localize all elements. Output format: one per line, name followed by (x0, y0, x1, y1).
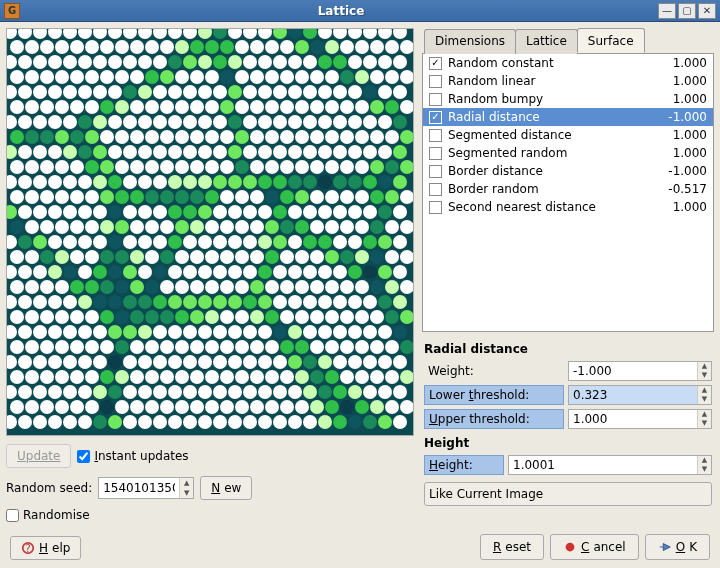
instant-updates-checkbox[interactable]: Instant updates (77, 449, 188, 463)
lower-threshold-label: Lower threshold: (424, 385, 564, 405)
surface-item-2[interactable]: Random bumpy1.000 (423, 90, 713, 108)
surface-item-6[interactable]: Border distance-1.000 (423, 162, 713, 180)
tab-dimensions[interactable]: Dimensions (424, 29, 516, 54)
checkbox-icon[interactable]: ✓ (429, 57, 442, 70)
maximize-button[interactable]: ▢ (678, 3, 696, 19)
upper-threshold-spinner[interactable]: ▲▼ (568, 409, 712, 429)
height-label: Height: (424, 455, 504, 475)
section-radial-distance: Radial distance (422, 338, 714, 358)
surface-item-5[interactable]: Segmented random1.000 (423, 144, 713, 162)
height-spinner[interactable]: ▲▼ (508, 455, 712, 475)
update-button: Update (6, 444, 71, 468)
checkbox-icon[interactable] (429, 201, 442, 214)
random-seed-input[interactable] (99, 478, 179, 498)
surface-item-1[interactable]: Random linear1.000 (423, 72, 713, 90)
help-button[interactable]: ? Help (10, 536, 81, 560)
upper-threshold-label: Upper threshold: (424, 409, 564, 429)
tab-lattice[interactable]: Lattice (515, 29, 578, 54)
checkbox-icon[interactable] (429, 147, 442, 160)
new-seed-button[interactable]: New (200, 476, 252, 500)
weight-spinner[interactable]: ▲▼ (568, 361, 712, 381)
checkbox-icon[interactable] (429, 75, 442, 88)
surface-list[interactable]: ✓Random constant1.000Random linear1.000R… (422, 54, 714, 332)
help-icon: ? (21, 541, 35, 555)
checkbox-icon[interactable] (429, 165, 442, 178)
tab-bar: Dimensions Lattice Surface (422, 28, 714, 54)
svg-text:?: ? (25, 542, 31, 554)
app-icon: G (4, 3, 20, 19)
minimize-button[interactable]: — (658, 3, 676, 19)
lower-threshold-spinner[interactable]: ▲▼ (568, 385, 712, 405)
titlebar: G Lattice — ▢ ✕ (0, 0, 720, 22)
ok-icon (658, 540, 672, 554)
checkbox-icon[interactable]: ✓ (429, 111, 442, 124)
close-button[interactable]: ✕ (698, 3, 716, 19)
surface-item-8[interactable]: Second nearest distance1.000 (423, 198, 713, 216)
cancel-icon (563, 540, 577, 554)
checkbox-icon[interactable] (429, 183, 442, 196)
like-current-image-button[interactable]: Like Current Image (424, 482, 712, 506)
checkbox-icon[interactable] (429, 129, 442, 142)
svg-point-2 (566, 543, 575, 552)
random-seed-label: Random seed: (6, 481, 92, 495)
surface-item-3[interactable]: ✓Radial distance-1.000 (423, 108, 713, 126)
cancel-button[interactable]: Cancel (550, 534, 639, 560)
section-height: Height (422, 432, 714, 452)
window-title: Lattice (26, 4, 656, 18)
surface-item-7[interactable]: Border random-0.517 (423, 180, 713, 198)
spinner-up-icon[interactable]: ▲ (180, 478, 193, 488)
surface-item-4[interactable]: Segmented distance1.000 (423, 126, 713, 144)
checkbox-icon[interactable] (429, 93, 442, 106)
tab-surface[interactable]: Surface (577, 28, 645, 53)
surface-item-0[interactable]: ✓Random constant1.000 (423, 54, 713, 72)
preview-canvas (6, 28, 414, 436)
reset-button[interactable]: Reset (480, 534, 544, 560)
ok-button[interactable]: OK (645, 534, 710, 560)
randomise-checkbox[interactable]: Randomise (6, 508, 90, 522)
spinner-down-icon[interactable]: ▼ (180, 488, 193, 498)
weight-label: Weight: (424, 362, 564, 380)
random-seed-spinner[interactable]: ▲▼ (98, 477, 194, 499)
